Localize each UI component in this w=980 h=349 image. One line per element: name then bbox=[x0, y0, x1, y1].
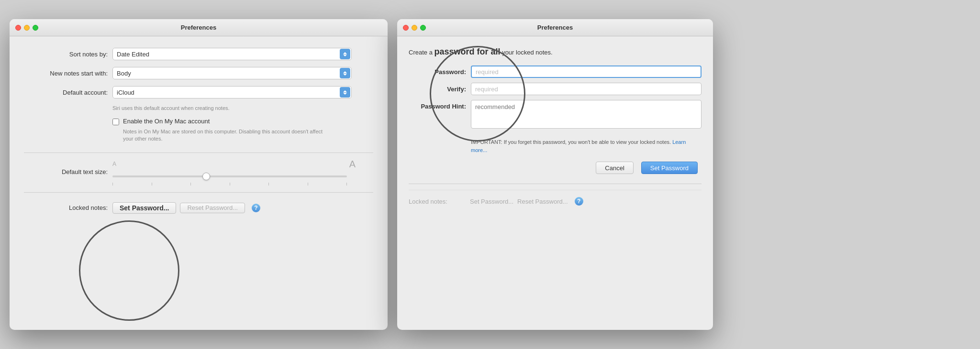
cancel-button[interactable]: Cancel bbox=[596, 162, 633, 174]
dialog-bold: password for all bbox=[434, 47, 500, 56]
right-maximize-button[interactable] bbox=[420, 25, 426, 31]
new-notes-row: New notes start with: Body bbox=[24, 67, 373, 79]
right-titlebar: Preferences bbox=[397, 19, 713, 36]
right-divider bbox=[409, 184, 702, 184]
tick3 bbox=[190, 183, 191, 185]
size-large-a: A bbox=[349, 159, 356, 170]
important-text-container: IMPORTANT: If you forget this password, … bbox=[471, 138, 702, 154]
left-window-title: Preferences bbox=[10, 24, 388, 31]
reset-password-button[interactable]: Reset Password... bbox=[180, 203, 245, 213]
tick4 bbox=[230, 183, 230, 185]
password-field-label: Password: bbox=[409, 68, 471, 76]
set-password-circle-annotation bbox=[79, 220, 179, 321]
dialog-intro: Create a bbox=[409, 49, 434, 56]
siri-hint: Siri uses this default account when crea… bbox=[112, 105, 373, 111]
important-text: IMPORTANT: If you forget this password, … bbox=[471, 139, 671, 145]
hint-textarea[interactable] bbox=[471, 100, 702, 129]
set-password-dialog-button[interactable]: Set Password bbox=[641, 162, 698, 174]
password-input[interactable] bbox=[471, 65, 702, 78]
footer-set-button[interactable]: Set Password... bbox=[470, 198, 513, 205]
dialog-outro: your locked notes. bbox=[501, 49, 553, 56]
default-account-select-wrapper: iCloud bbox=[112, 86, 352, 98]
size-small-a: A bbox=[112, 161, 116, 167]
verify-input[interactable] bbox=[471, 83, 702, 95]
right-window-title: Preferences bbox=[397, 24, 713, 31]
left-titlebar: Preferences bbox=[10, 19, 388, 36]
minimize-button[interactable] bbox=[24, 25, 30, 31]
verify-row: Verify: bbox=[409, 83, 702, 95]
slider-ticks bbox=[112, 183, 347, 185]
right-close-button[interactable] bbox=[403, 25, 409, 31]
dialog-title: Create a password for all your locked no… bbox=[409, 46, 648, 58]
maximize-button[interactable] bbox=[33, 25, 38, 31]
left-content: Sort notes by: Date Edited New notes sta… bbox=[10, 36, 388, 228]
tick1 bbox=[112, 183, 113, 185]
slider-line bbox=[112, 175, 347, 177]
text-size-row: Default text size: A A bbox=[24, 159, 373, 185]
new-notes-label: New notes start with: bbox=[24, 70, 112, 77]
slider-thumb[interactable] bbox=[202, 173, 210, 180]
enable-mac-checkbox[interactable] bbox=[112, 119, 119, 125]
divider1 bbox=[24, 153, 373, 153]
tick2 bbox=[152, 183, 152, 185]
hint-field-label: Password Hint: bbox=[409, 103, 471, 110]
verify-input-wrapper bbox=[471, 83, 702, 95]
password-form: Password: Verify: Password Hint: bbox=[409, 65, 702, 131]
right-content: Create a password for all your locked no… bbox=[397, 36, 713, 215]
text-size-label: Default text size: bbox=[24, 168, 112, 175]
hint-row: Password Hint: bbox=[409, 100, 702, 131]
right-minimize-button[interactable] bbox=[412, 25, 417, 31]
new-notes-select-wrapper: Body bbox=[112, 67, 352, 79]
left-preferences-window: Preferences Sort notes by: Date Edited bbox=[10, 19, 388, 330]
text-size-slider[interactable] bbox=[112, 172, 347, 181]
dialog-buttons: Cancel Set Password bbox=[409, 162, 702, 174]
enable-mac-row: Enable the On My Mac account bbox=[112, 118, 373, 125]
right-window-body: Create a password for all your locked no… bbox=[397, 36, 713, 330]
right-footer: Locked notes: Set Password... Reset Pass… bbox=[409, 190, 702, 206]
default-account-row: Default account: iCloud bbox=[24, 86, 373, 98]
right-preferences-window: Preferences Create a password for all yo… bbox=[397, 19, 713, 330]
traffic-lights bbox=[15, 25, 38, 31]
set-password-button[interactable]: Set Password... bbox=[112, 202, 176, 214]
password-input-wrapper bbox=[471, 65, 702, 78]
password-row: Password: bbox=[409, 65, 702, 78]
footer-locked-label: Locked notes: bbox=[409, 198, 466, 205]
tick7 bbox=[346, 183, 347, 185]
enable-mac-checkbox-label: Enable the On My Mac account bbox=[123, 118, 210, 125]
footer-help-button[interactable]: ? bbox=[575, 197, 583, 206]
verify-field-label: Verify: bbox=[409, 86, 471, 93]
locked-notes-row: Locked notes: Set Password... Reset Pass… bbox=[24, 202, 373, 214]
sort-notes-select-wrapper: Date Edited bbox=[112, 48, 352, 60]
right-traffic-lights bbox=[403, 25, 426, 31]
default-account-select[interactable]: iCloud bbox=[112, 86, 352, 98]
left-window-body: Sort notes by: Date Edited New notes sta… bbox=[10, 36, 388, 330]
hint-textarea-wrapper bbox=[471, 100, 702, 131]
footer-reset-button[interactable]: Reset Password... bbox=[517, 198, 568, 205]
divider2 bbox=[24, 192, 373, 193]
default-account-label: Default account: bbox=[24, 89, 112, 96]
close-button[interactable] bbox=[15, 25, 21, 31]
tick5 bbox=[268, 183, 269, 185]
locked-notes-label: Locked notes: bbox=[24, 204, 112, 211]
enable-mac-desc: Notes in On My Mac are stored on this co… bbox=[112, 128, 333, 143]
new-notes-select[interactable]: Body bbox=[112, 67, 352, 79]
tick6 bbox=[308, 183, 308, 185]
sort-notes-select[interactable]: Date Edited bbox=[112, 48, 352, 60]
sort-notes-label: Sort notes by: bbox=[24, 51, 112, 58]
help-button[interactable]: ? bbox=[252, 204, 260, 212]
sort-notes-row: Sort notes by: Date Edited bbox=[24, 48, 373, 60]
